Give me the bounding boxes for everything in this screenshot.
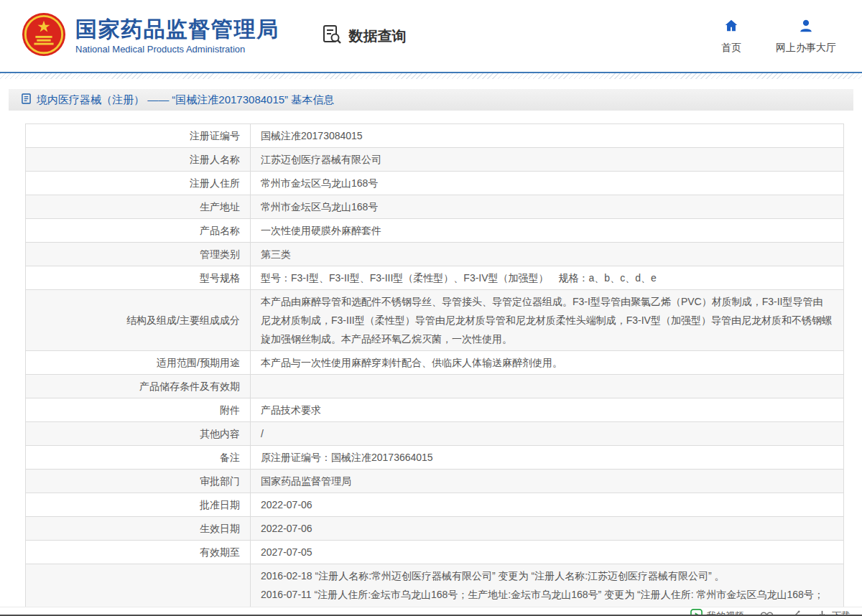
row-value: 2027-07-05	[251, 541, 843, 564]
agency-logo[interactable]: 国家药品监督管理局 National Medical Products Admi…	[22, 12, 279, 60]
row-value: /	[251, 422, 843, 445]
data-query-section[interactable]: 数据查询	[321, 24, 407, 48]
nav-home-label: 首页	[721, 42, 741, 55]
row-label: 审批部门	[26, 470, 251, 493]
table-row: 审批部门国家药品监督管理局	[26, 470, 843, 493]
table-row: 型号规格型号：F3-I型、F3-II型、F3-III型（柔性型）、F3-IV型（…	[26, 266, 843, 290]
row-value: 常州市金坛区乌龙山168号	[251, 172, 843, 195]
my-video-button[interactable]: 我的视频	[690, 609, 744, 616]
row-label: 型号规格	[26, 266, 251, 289]
row-value: 第三类	[251, 243, 843, 266]
row-label: 生效日期	[26, 517, 251, 540]
row-value: 型号：F3-I型、F3-II型、F3-III型（柔性型）、F3-IV型（加强型）…	[251, 266, 843, 289]
nav-online-service-hall-label: 网上办事大厅	[776, 42, 836, 55]
nav-home[interactable]: 首页	[721, 18, 741, 55]
brush-icon	[789, 610, 801, 616]
row-value: 本产品与一次性使用麻醉穿刺针配合、供临床人体输送麻醉剂使用。	[251, 351, 843, 374]
video-helper-toolbar: 我的视频 下载	[690, 609, 851, 616]
row-label: 结构及组成/主要组成成分	[26, 290, 251, 350]
table-row: 生产地址常州市金坛区乌龙山168号	[26, 195, 843, 219]
table-row: 批准日期2022-07-06	[26, 493, 843, 517]
table-row: 管理类别第三类	[26, 243, 843, 266]
agency-name-cn: 国家药品监督管理局	[75, 17, 279, 42]
row-value: 产品技术要求	[251, 398, 843, 421]
table-row: 注册证编号国械注准20173084015	[26, 124, 843, 148]
table-row: 注册人住所常州市金坛区乌龙山168号	[26, 172, 843, 195]
nav-online-service-hall[interactable]: 网上办事大厅	[776, 18, 836, 55]
download-button[interactable]: 下载	[817, 610, 851, 616]
row-value: 一次性使用硬膜外麻醉套件	[251, 219, 843, 242]
row-value: 常州市金坛区乌龙山168号	[251, 195, 843, 218]
table-row: 注册人名称江苏迈创医疗器械有限公司	[26, 148, 843, 172]
row-value	[251, 375, 843, 398]
play-icon	[690, 609, 703, 616]
table-row: 备注原注册证编号：国械注准20173664015	[26, 446, 843, 470]
table-row: 有效期至2027-07-05	[26, 541, 843, 564]
document-search-icon	[321, 24, 343, 48]
table-row: 结构及组成/主要组成成分本产品由麻醉导管和选配件不锈钢导丝、导管接头、导管定位器…	[26, 290, 843, 351]
registration-info-table: 注册证编号国械注准20173084015 注册人名称江苏迈创医疗器械有限公司 注…	[25, 123, 844, 616]
my-video-label: 我的视频	[707, 610, 744, 616]
table-row: 产品名称一次性使用硬膜外麻醉套件	[26, 219, 843, 243]
bottom-strip: 我的视频 下载	[0, 607, 862, 616]
row-label: 其他内容	[26, 422, 251, 445]
gif-button[interactable]	[760, 611, 774, 616]
content-container: 境内医疗器械（注册） —— “国械注准20173084015” 基本信息 注册证…	[9, 89, 853, 616]
table-row: 产品储存条件及有效期	[26, 375, 843, 398]
hatch-stripe	[0, 73, 862, 79]
row-value: 江苏迈创医疗器械有限公司	[251, 148, 843, 171]
row-label: 附件	[26, 398, 251, 421]
download-label: 下载	[832, 610, 851, 616]
row-value: 2022-07-06	[251, 493, 843, 516]
header-nav: 首页 网上办事大厅	[721, 18, 836, 55]
row-label: 产品储存条件及有效期	[26, 375, 251, 398]
row-label: 注册证编号	[26, 124, 251, 147]
site-header: 国家药品监督管理局 National Medical Products Admi…	[0, 0, 862, 72]
table-row: 生效日期2022-07-06	[26, 517, 843, 541]
table-row: 附件产品技术要求	[26, 398, 843, 422]
row-value: 本产品由麻醉导管和选配件不锈钢导丝、导管接头、导管定位器组成。F3-I型导管由聚…	[251, 290, 843, 350]
row-value: 国家药品监督管理局	[251, 470, 843, 493]
national-emblem-icon	[22, 12, 66, 60]
row-label: 有效期至	[26, 541, 251, 564]
row-label: 批准日期	[26, 493, 251, 516]
row-value: 原注册证编号：国械注准20173664015	[251, 446, 843, 469]
row-label: 备注	[26, 446, 251, 469]
row-label: 产品名称	[26, 219, 251, 242]
row-value: 国械注准20173084015	[251, 124, 843, 147]
table-row: 其他内容/	[26, 422, 843, 446]
agency-name-en: National Medical Products Administration	[75, 44, 279, 55]
row-value: 2022-07-06	[251, 517, 843, 540]
document-icon	[22, 93, 31, 107]
row-label: 注册人名称	[26, 148, 251, 171]
download-icon	[817, 610, 828, 616]
row-label: 生产地址	[26, 195, 251, 218]
row-label: 适用范围/预期用途	[26, 351, 251, 374]
gif-icon	[760, 611, 774, 616]
page-title: 境内医疗器械（注册） —— “国械注准20173084015” 基本信息	[37, 93, 334, 107]
agency-titles: 国家药品监督管理局 National Medical Products Admi…	[75, 17, 279, 55]
data-query-label: 数据查询	[349, 27, 407, 46]
table-row: 适用范围/预期用途本产品与一次性使用麻醉穿刺针配合、供临床人体输送麻醉剂使用。	[26, 351, 843, 375]
page-title-bar: 境内医疗器械（注册） —— “国械注准20173084015” 基本信息	[9, 89, 853, 111]
home-icon	[723, 18, 739, 37]
brush-button[interactable]	[789, 610, 801, 616]
user-icon	[798, 18, 814, 37]
row-label: 管理类别	[26, 243, 251, 266]
row-label: 注册人住所	[26, 172, 251, 195]
